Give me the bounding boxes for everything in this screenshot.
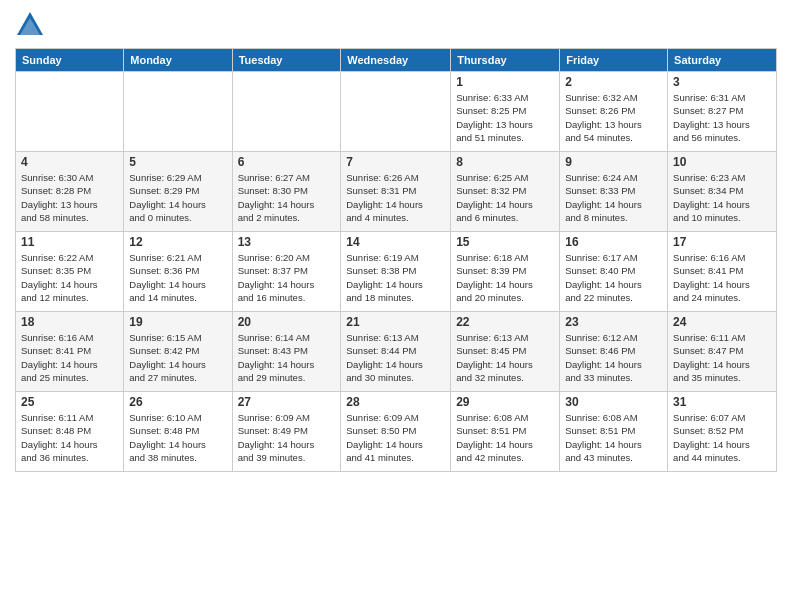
calendar-cell xyxy=(124,72,232,152)
weekday-header: Thursday xyxy=(451,49,560,72)
logo-icon xyxy=(15,10,45,40)
day-number: 24 xyxy=(673,315,771,329)
day-number: 6 xyxy=(238,155,336,169)
day-info: Sunrise: 6:27 AM Sunset: 8:30 PM Dayligh… xyxy=(238,171,336,224)
calendar-cell: 27Sunrise: 6:09 AM Sunset: 8:49 PM Dayli… xyxy=(232,392,341,472)
calendar-cell xyxy=(232,72,341,152)
weekday-header: Tuesday xyxy=(232,49,341,72)
day-info: Sunrise: 6:33 AM Sunset: 8:25 PM Dayligh… xyxy=(456,91,554,144)
day-info: Sunrise: 6:08 AM Sunset: 8:51 PM Dayligh… xyxy=(565,411,662,464)
day-info: Sunrise: 6:26 AM Sunset: 8:31 PM Dayligh… xyxy=(346,171,445,224)
day-number: 15 xyxy=(456,235,554,249)
page: SundayMondayTuesdayWednesdayThursdayFrid… xyxy=(0,0,792,612)
calendar-cell: 19Sunrise: 6:15 AM Sunset: 8:42 PM Dayli… xyxy=(124,312,232,392)
day-info: Sunrise: 6:15 AM Sunset: 8:42 PM Dayligh… xyxy=(129,331,226,384)
calendar-week-row: 18Sunrise: 6:16 AM Sunset: 8:41 PM Dayli… xyxy=(16,312,777,392)
day-info: Sunrise: 6:11 AM Sunset: 8:47 PM Dayligh… xyxy=(673,331,771,384)
day-number: 25 xyxy=(21,395,118,409)
day-number: 1 xyxy=(456,75,554,89)
day-info: Sunrise: 6:09 AM Sunset: 8:49 PM Dayligh… xyxy=(238,411,336,464)
day-info: Sunrise: 6:10 AM Sunset: 8:48 PM Dayligh… xyxy=(129,411,226,464)
calendar-cell xyxy=(16,72,124,152)
calendar-cell: 21Sunrise: 6:13 AM Sunset: 8:44 PM Dayli… xyxy=(341,312,451,392)
calendar-cell: 1Sunrise: 6:33 AM Sunset: 8:25 PM Daylig… xyxy=(451,72,560,152)
day-info: Sunrise: 6:31 AM Sunset: 8:27 PM Dayligh… xyxy=(673,91,771,144)
day-info: Sunrise: 6:23 AM Sunset: 8:34 PM Dayligh… xyxy=(673,171,771,224)
day-info: Sunrise: 6:20 AM Sunset: 8:37 PM Dayligh… xyxy=(238,251,336,304)
calendar-cell: 3Sunrise: 6:31 AM Sunset: 8:27 PM Daylig… xyxy=(668,72,777,152)
calendar-cell xyxy=(341,72,451,152)
calendar-cell: 29Sunrise: 6:08 AM Sunset: 8:51 PM Dayli… xyxy=(451,392,560,472)
weekday-header: Monday xyxy=(124,49,232,72)
day-number: 10 xyxy=(673,155,771,169)
day-number: 7 xyxy=(346,155,445,169)
calendar-cell: 24Sunrise: 6:11 AM Sunset: 8:47 PM Dayli… xyxy=(668,312,777,392)
day-number: 11 xyxy=(21,235,118,249)
calendar-cell: 5Sunrise: 6:29 AM Sunset: 8:29 PM Daylig… xyxy=(124,152,232,232)
day-info: Sunrise: 6:29 AM Sunset: 8:29 PM Dayligh… xyxy=(129,171,226,224)
calendar-week-row: 4Sunrise: 6:30 AM Sunset: 8:28 PM Daylig… xyxy=(16,152,777,232)
day-info: Sunrise: 6:18 AM Sunset: 8:39 PM Dayligh… xyxy=(456,251,554,304)
day-number: 19 xyxy=(129,315,226,329)
day-number: 9 xyxy=(565,155,662,169)
day-number: 29 xyxy=(456,395,554,409)
weekday-header: Sunday xyxy=(16,49,124,72)
calendar-cell: 18Sunrise: 6:16 AM Sunset: 8:41 PM Dayli… xyxy=(16,312,124,392)
calendar-cell: 22Sunrise: 6:13 AM Sunset: 8:45 PM Dayli… xyxy=(451,312,560,392)
calendar-cell: 23Sunrise: 6:12 AM Sunset: 8:46 PM Dayli… xyxy=(560,312,668,392)
calendar-cell: 25Sunrise: 6:11 AM Sunset: 8:48 PM Dayli… xyxy=(16,392,124,472)
calendar-table: SundayMondayTuesdayWednesdayThursdayFrid… xyxy=(15,48,777,472)
calendar-cell: 28Sunrise: 6:09 AM Sunset: 8:50 PM Dayli… xyxy=(341,392,451,472)
day-number: 18 xyxy=(21,315,118,329)
day-info: Sunrise: 6:14 AM Sunset: 8:43 PM Dayligh… xyxy=(238,331,336,384)
day-number: 20 xyxy=(238,315,336,329)
day-info: Sunrise: 6:08 AM Sunset: 8:51 PM Dayligh… xyxy=(456,411,554,464)
day-number: 26 xyxy=(129,395,226,409)
calendar-cell: 31Sunrise: 6:07 AM Sunset: 8:52 PM Dayli… xyxy=(668,392,777,472)
day-info: Sunrise: 6:24 AM Sunset: 8:33 PM Dayligh… xyxy=(565,171,662,224)
day-number: 17 xyxy=(673,235,771,249)
day-number: 28 xyxy=(346,395,445,409)
calendar-cell: 14Sunrise: 6:19 AM Sunset: 8:38 PM Dayli… xyxy=(341,232,451,312)
calendar-cell: 13Sunrise: 6:20 AM Sunset: 8:37 PM Dayli… xyxy=(232,232,341,312)
day-info: Sunrise: 6:32 AM Sunset: 8:26 PM Dayligh… xyxy=(565,91,662,144)
calendar-cell: 26Sunrise: 6:10 AM Sunset: 8:48 PM Dayli… xyxy=(124,392,232,472)
calendar-cell: 10Sunrise: 6:23 AM Sunset: 8:34 PM Dayli… xyxy=(668,152,777,232)
day-info: Sunrise: 6:12 AM Sunset: 8:46 PM Dayligh… xyxy=(565,331,662,384)
day-info: Sunrise: 6:19 AM Sunset: 8:38 PM Dayligh… xyxy=(346,251,445,304)
weekday-header: Saturday xyxy=(668,49,777,72)
day-info: Sunrise: 6:22 AM Sunset: 8:35 PM Dayligh… xyxy=(21,251,118,304)
day-number: 31 xyxy=(673,395,771,409)
weekday-header: Wednesday xyxy=(341,49,451,72)
day-number: 2 xyxy=(565,75,662,89)
calendar-cell: 15Sunrise: 6:18 AM Sunset: 8:39 PM Dayli… xyxy=(451,232,560,312)
calendar-cell: 8Sunrise: 6:25 AM Sunset: 8:32 PM Daylig… xyxy=(451,152,560,232)
calendar-cell: 11Sunrise: 6:22 AM Sunset: 8:35 PM Dayli… xyxy=(16,232,124,312)
day-number: 3 xyxy=(673,75,771,89)
weekday-header: Friday xyxy=(560,49,668,72)
day-number: 12 xyxy=(129,235,226,249)
day-number: 4 xyxy=(21,155,118,169)
header xyxy=(15,10,777,40)
calendar-week-row: 11Sunrise: 6:22 AM Sunset: 8:35 PM Dayli… xyxy=(16,232,777,312)
day-info: Sunrise: 6:17 AM Sunset: 8:40 PM Dayligh… xyxy=(565,251,662,304)
calendar-header-row: SundayMondayTuesdayWednesdayThursdayFrid… xyxy=(16,49,777,72)
day-number: 14 xyxy=(346,235,445,249)
day-number: 23 xyxy=(565,315,662,329)
day-info: Sunrise: 6:11 AM Sunset: 8:48 PM Dayligh… xyxy=(21,411,118,464)
calendar-cell: 16Sunrise: 6:17 AM Sunset: 8:40 PM Dayli… xyxy=(560,232,668,312)
day-number: 22 xyxy=(456,315,554,329)
day-number: 16 xyxy=(565,235,662,249)
day-info: Sunrise: 6:09 AM Sunset: 8:50 PM Dayligh… xyxy=(346,411,445,464)
calendar-cell: 17Sunrise: 6:16 AM Sunset: 8:41 PM Dayli… xyxy=(668,232,777,312)
day-info: Sunrise: 6:07 AM Sunset: 8:52 PM Dayligh… xyxy=(673,411,771,464)
day-number: 5 xyxy=(129,155,226,169)
day-info: Sunrise: 6:30 AM Sunset: 8:28 PM Dayligh… xyxy=(21,171,118,224)
day-info: Sunrise: 6:13 AM Sunset: 8:44 PM Dayligh… xyxy=(346,331,445,384)
day-info: Sunrise: 6:16 AM Sunset: 8:41 PM Dayligh… xyxy=(21,331,118,384)
calendar-cell: 12Sunrise: 6:21 AM Sunset: 8:36 PM Dayli… xyxy=(124,232,232,312)
calendar-cell: 4Sunrise: 6:30 AM Sunset: 8:28 PM Daylig… xyxy=(16,152,124,232)
day-number: 30 xyxy=(565,395,662,409)
calendar-cell: 20Sunrise: 6:14 AM Sunset: 8:43 PM Dayli… xyxy=(232,312,341,392)
logo xyxy=(15,10,47,40)
